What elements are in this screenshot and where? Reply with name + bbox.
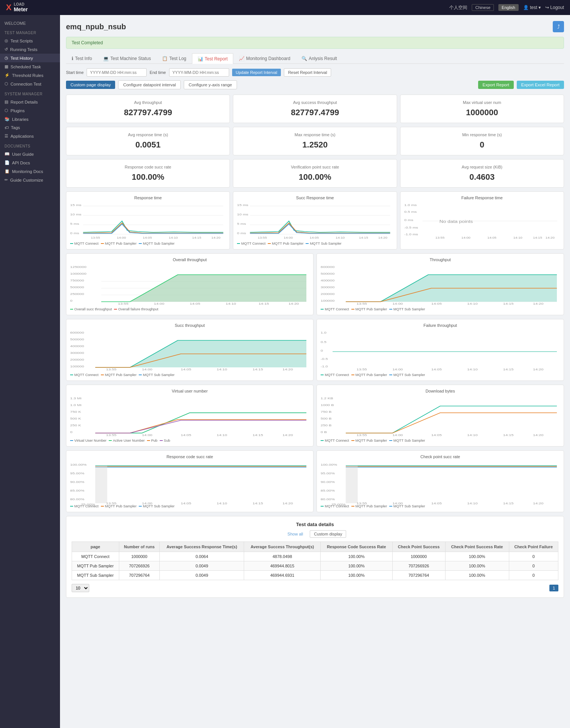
lang-chinese-btn[interactable]: Chinese	[472, 4, 494, 11]
show-all-btn[interactable]: Show all	[284, 531, 307, 537]
chart-succ-response-time-title: Succ Response time	[237, 196, 393, 200]
sidebar-item-plugins[interactable]: ⬡ Plugins	[0, 106, 60, 115]
stat-max-response-time-value: 1.2520	[239, 140, 390, 150]
stat-max-virtual-user-value: 1000000	[406, 108, 558, 117]
col-page: page	[72, 542, 119, 552]
chart-overall-throughput-area: 1250000 1000000 750000 500000 250000 0	[70, 264, 309, 305]
svg-text:300000: 300000	[70, 352, 84, 355]
svg-text:14:00: 14:00	[392, 502, 403, 505]
sidebar-item-user-guide[interactable]: 📖 User Guide	[0, 150, 60, 158]
stat-max-virtual-user: Max virtual user num 1000000	[400, 95, 564, 123]
svg-text:14:15: 14:15	[258, 302, 269, 305]
custom-page-display-btn[interactable]: Custom page display	[66, 81, 115, 89]
svg-text:75.00%: 75.00%	[81, 503, 95, 506]
sidebar-item-scheduled-task[interactable]: ▦ Scheduled Task	[0, 62, 60, 71]
svg-text:100000: 100000	[321, 299, 334, 302]
svg-rect-128	[95, 466, 107, 503]
export-excel-btn[interactable]: Export Excel Report	[517, 81, 564, 89]
svg-text:90.00%: 90.00%	[70, 481, 84, 484]
svg-text:14:20: 14:20	[288, 302, 299, 305]
svg-text:95.00%: 95.00%	[321, 472, 335, 475]
sidebar-item-tags[interactable]: 🏷 Tags	[0, 123, 60, 132]
applications-icon: ☰	[4, 134, 8, 138]
cell-page-3: MQTT Sub Sampler	[72, 571, 119, 580]
cell-cp-failure-2: 0	[509, 561, 558, 571]
sidebar-item-test-scripts[interactable]: ◎ Test Scripts	[0, 36, 60, 45]
user-menu[interactable]: 👤 test ▾	[523, 5, 541, 10]
tab-analysis-result[interactable]: 🔍 Anlysis Result	[296, 53, 342, 63]
sidebar-item-running-tests[interactable]: ↺ Running Tests	[0, 45, 60, 54]
table-controls: Show all Custom display	[72, 530, 558, 538]
tab-monitoring-dashboard[interactable]: 📈 Monitoring Dashboard	[233, 53, 296, 63]
legend-mqtt-sub-label: MQTT Sub Sampler	[143, 241, 174, 245]
svg-text:-0.5 ms: -0.5 ms	[404, 226, 418, 229]
cell-page-2: MQTT Pub Sampler	[72, 561, 119, 571]
stats-grid-row1: Avg throughput 827797.4799 Avg success t…	[66, 95, 564, 123]
chart-response-code-succ: Response code succ rate 100.00% 95.00% 9…	[66, 450, 314, 512]
sidebar-item-applications[interactable]: ☰ Applications	[0, 132, 60, 140]
logout-btn[interactable]: ↪ Logout	[545, 5, 564, 10]
sidebar-item-libraries[interactable]: 📚 Libraries	[0, 115, 60, 123]
chart-succ-response-time: Succ Response time 15 ms 10 ms 5 ms 0 ms	[233, 191, 397, 250]
export-report-btn[interactable]: Export Report	[478, 81, 514, 89]
svg-text:14:10: 14:10	[467, 302, 478, 305]
tab-test-info[interactable]: ℹ Test Info	[66, 53, 98, 63]
topnav-right: 个人空间 Chinese English 👤 test ▾ ↪ Logout	[449, 4, 564, 11]
sidebar-item-api-docs[interactable]: 📄 API Docs	[0, 158, 60, 167]
configure-yaxis-btn[interactable]: Configure y-axis range	[184, 80, 237, 89]
svg-text:14:05: 14:05	[431, 302, 442, 305]
svg-text:14:15: 14:15	[503, 302, 513, 305]
tab-test-info-label: Test Info	[75, 56, 92, 61]
svg-text:500 K: 500 K	[70, 417, 81, 420]
svg-text:500000: 500000	[321, 272, 334, 275]
tab-test-log[interactable]: 📋 Test Log	[156, 53, 192, 63]
page-size-select[interactable]: 10 20 50	[72, 584, 89, 592]
col-cp-success: Check Point Success	[392, 542, 445, 552]
sidebar-item-monitoring-docs[interactable]: 📋 Monitoring Docs	[0, 167, 60, 176]
sidebar-item-report-details[interactable]: ▤ Report Details	[0, 98, 60, 106]
update-report-interval-btn[interactable]: Update Report Interval	[232, 69, 281, 76]
sidebar-label-threshold-rules: Threshold Rules	[12, 73, 44, 78]
sidebar-item-connection-test[interactable]: ⬡ Connection Test	[0, 80, 60, 88]
cell-cp-success-2: 707266926	[392, 561, 445, 571]
svg-text:14:10: 14:10	[217, 502, 227, 505]
table-header-row: page Number of runs Average Success Resp…	[72, 542, 558, 552]
user-space-link[interactable]: 个人空间	[449, 5, 467, 11]
cell-runs-3: 707296764	[119, 571, 159, 580]
svg-text:750 B: 750 B	[321, 411, 332, 414]
svg-text:95.00%: 95.00%	[70, 472, 84, 475]
sidebar-item-test-history[interactable]: ◷ Test History	[0, 54, 60, 62]
reset-report-interval-btn[interactable]: Reset Report Interval	[284, 68, 331, 77]
tab-test-machine-status[interactable]: 💻 Test Machine Status	[98, 53, 156, 63]
col-resp-code-rate: Response Code Success Rate	[321, 542, 393, 552]
end-time-input[interactable]	[169, 68, 229, 77]
custom-display-btn[interactable]: Custom display	[310, 530, 346, 538]
share-button[interactable]: ⤴	[553, 21, 564, 32]
svg-text:14:20: 14:20	[533, 368, 543, 371]
stat-avg-success-throughput-value: 827797.4799	[239, 108, 390, 117]
stat-min-response-time: Min response time (s) 0	[400, 127, 564, 155]
chart-overall-throughput-legend: Overall succ throughput Overall failure …	[70, 307, 309, 311]
svg-text:1.3 Mi: 1.3 Mi	[70, 397, 81, 400]
lang-english-btn[interactable]: English	[498, 4, 519, 11]
svg-text:250 B: 250 B	[321, 424, 332, 427]
chart-checkpoint-succ: Check point succ rate 100.00% 95.00% 90.…	[316, 450, 564, 512]
svg-text:5 ms: 5 ms	[70, 222, 79, 226]
page-1-btn[interactable]: 1	[549, 585, 558, 591]
start-time-input[interactable]	[87, 68, 147, 77]
svg-text:400000: 400000	[321, 279, 334, 282]
cell-cp-success-rate-3: 100.00%	[445, 571, 509, 580]
tab-test-report[interactable]: 📊 Test Report	[192, 53, 233, 64]
sidebar-item-guide-customize[interactable]: ✏ Guide Customize	[0, 176, 60, 184]
tab-test-report-label: Test Report	[205, 56, 228, 62]
svg-text:14:15: 14:15	[503, 368, 513, 371]
test-info-icon: ℹ	[72, 56, 74, 61]
svg-text:15 ms: 15 ms	[70, 203, 81, 207]
sidebar-item-threshold-rules[interactable]: ⚡ Threshold Rules	[0, 71, 60, 80]
configure-datapoint-btn[interactable]: Configure datapoint interval	[118, 80, 181, 89]
svg-text:500000: 500000	[70, 338, 84, 341]
svg-text:14:20: 14:20	[282, 434, 293, 437]
svg-text:14:20: 14:20	[282, 368, 293, 371]
monitoring-docs-icon: 📋	[4, 169, 10, 174]
svg-text:0 ms: 0 ms	[237, 232, 246, 235]
